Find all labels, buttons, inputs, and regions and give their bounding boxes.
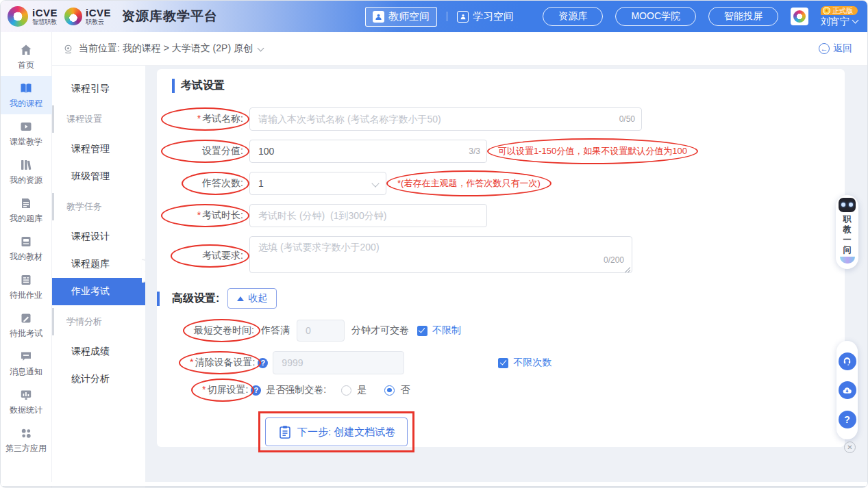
collapse-button[interactable]: 收起	[227, 288, 277, 309]
duration-row: *考试时长:	[172, 204, 845, 227]
zhijiaoyun-logo-icon	[64, 8, 82, 25]
teacher-space-label: 教师空间	[388, 10, 430, 23]
attempts-annotation-note: *(若存在主观题，作答次数只有一次)	[397, 177, 541, 190]
location-pin-icon	[63, 44, 73, 54]
robot-face-icon	[839, 198, 856, 212]
textbook-icon	[19, 235, 33, 248]
logo-icve-zhihui: iCVE 智慧职教	[8, 6, 58, 27]
sidebar-item-classroom-teaching[interactable]: 课堂教学	[1, 114, 52, 153]
radio-yes-label[interactable]: 是	[357, 384, 367, 396]
breadcrumb-dropdown-icon[interactable]	[258, 44, 264, 51]
select-chevron-icon	[371, 179, 379, 187]
course-nav-course-design[interactable]: 课程设计	[52, 223, 145, 251]
bookshelf-icon	[19, 158, 33, 172]
sidebar-item-textbooks[interactable]: 我的教材	[1, 229, 52, 268]
student-space-button[interactable]: 学习空间	[457, 10, 514, 23]
resource-library-button[interactable]: 资源库	[543, 7, 603, 26]
close-icon: ✕	[847, 444, 852, 451]
requirement-label: 考试要求:	[182, 250, 243, 262]
icve-logo-icon	[8, 6, 28, 27]
logo1-subtitle: 智慧职教	[32, 19, 58, 25]
sidebar-item-question-bank[interactable]: 我的题库	[1, 191, 52, 229]
requirement-textarea[interactable]	[249, 236, 632, 273]
radio-no-label[interactable]: 否	[400, 384, 410, 396]
course-nav-course-management[interactable]: 课程管理	[52, 136, 145, 163]
next-step-button[interactable]: 下一步: 创建文档试卷	[265, 418, 408, 446]
sidebar-item-data-statistics[interactable]: 数据统计	[1, 383, 52, 421]
user-name: 刘宵宁	[821, 16, 850, 27]
triangle-up-icon	[237, 296, 244, 301]
exam-settings-form: *考试名称: 0/50 设置分值:	[172, 107, 845, 452]
unlimited-times-checkbox-label[interactable]: 不限次数	[513, 357, 551, 369]
exam-name-input[interactable]	[249, 107, 642, 131]
sidebar-item-my-courses[interactable]: 我的课程	[1, 76, 52, 114]
advanced-settings-title: 高级设置:	[157, 292, 219, 306]
annotation-rect: 下一步: 创建文档试卷	[258, 411, 414, 452]
assistant-label: 职 教 一 问	[843, 214, 852, 255]
course-nav-section-analysis: 学情分析	[52, 308, 145, 335]
score-input[interactable]	[249, 140, 487, 163]
exam-pen-icon	[19, 311, 33, 325]
logo-icve-zhijiaoyun: iCVE 职教云	[64, 8, 111, 25]
main-sidebar: 首页 我的课程 课堂教学 我的资源 我的题库 我的教材	[1, 32, 52, 487]
mooc-college-button[interactable]: MOOC学院	[615, 7, 696, 26]
help-icon[interactable]: ?	[258, 358, 268, 368]
no-limit-checkbox[interactable]	[417, 326, 427, 336]
user-avatar[interactable]	[791, 8, 808, 25]
sidebar-item-home[interactable]: 首页	[1, 38, 52, 76]
brand-area: iCVE 智慧职教 iCVE 职教云 资源库教学平台	[8, 6, 218, 27]
course-nav-guide[interactable]: 课程引导	[52, 75, 145, 103]
close-widget-button[interactable]: ✕	[844, 441, 856, 453]
help-icon[interactable]: ?	[251, 385, 261, 396]
min-submit-prefix: 作答满	[261, 324, 290, 337]
question-bank-icon	[19, 196, 33, 210]
min-submit-minutes-input[interactable]: 0	[297, 320, 345, 342]
radio-no[interactable]	[384, 385, 395, 396]
ai-assistant-widget[interactable]: 职 教 一 问	[836, 195, 858, 269]
teacher-space-button[interactable]: 教师空间	[365, 7, 437, 27]
page-bottom-strip	[1, 482, 867, 487]
sidebar-item-pending-exams[interactable]: 待批考试	[1, 306, 52, 344]
min-submit-suffix: 分钟才可交卷	[351, 324, 409, 337]
min-submit-time-row: 最短交卷时间: 作答满 0 分钟才可交卷 不限制	[194, 320, 845, 342]
duration-label: *考试时长:	[172, 209, 243, 222]
sidebar-item-third-party-apps[interactable]: 第三方应用	[1, 421, 52, 459]
requirement-row: 考试要求: 0/200	[182, 236, 845, 276]
sidebar-item-pending-homework[interactable]: 待批作业	[1, 268, 52, 306]
document-clipboard-icon	[277, 424, 293, 439]
header-right: 资源库 MOOC学院 智能投屏 ★ 正式版 刘宵宁	[543, 6, 858, 27]
score-row: 设置分值: 3/3 可以设置1-150分值，如果不设置默认分值为100	[172, 140, 845, 163]
course-nav-statistical-analysis[interactable]: 统计分析	[52, 365, 145, 393]
download-button[interactable]	[839, 381, 856, 399]
resize-handle-icon[interactable]	[625, 267, 630, 272]
score-label: 设置分值:	[172, 145, 243, 157]
radio-yes[interactable]	[341, 385, 351, 396]
attempts-select[interactable]: 1	[249, 172, 386, 195]
course-nav-class-management[interactable]: 班级管理	[52, 163, 145, 190]
sidebar-item-notifications[interactable]: 消息通知	[1, 344, 52, 383]
smart-cast-button[interactable]: 智能投屏	[708, 7, 778, 26]
course-nav-homework-exam[interactable]: 作业考试	[52, 278, 145, 305]
score-counter: 3/3	[469, 146, 480, 156]
back-button[interactable]: ← 返回	[819, 42, 852, 55]
breadcrumb-text[interactable]: 当前位置: 我的课程 > 大学语文 (2P) 原创	[79, 42, 253, 55]
course-nav-course-question-bank[interactable]: 课程题库	[52, 251, 145, 278]
sidebar-item-my-resources[interactable]: 我的资源	[1, 153, 52, 191]
course-nav-course-grades[interactable]: 课程成绩	[52, 338, 145, 365]
help-button[interactable]: ?	[839, 411, 856, 428]
user-menu[interactable]: 刘宵宁	[821, 16, 858, 27]
course-nav-section-tasks: 教学任务	[52, 193, 145, 220]
exam-name-row: *考试名称: 0/50	[172, 107, 845, 131]
student-space-label: 学习空间	[473, 10, 514, 23]
unlimited-times-checkbox[interactable]	[498, 358, 508, 368]
message-icon	[19, 350, 33, 363]
version-badge: ★ 正式版	[821, 6, 858, 15]
main-content-area: 考试设置 *考试名称: 0/50	[145, 66, 867, 487]
duration-input[interactable]	[249, 204, 487, 227]
clear-device-input[interactable]: 9999	[273, 351, 404, 374]
customer-service-button[interactable]	[839, 352, 856, 370]
avatar-logo-icon	[793, 10, 806, 23]
no-limit-checkbox-label[interactable]: 不限制	[432, 324, 461, 337]
medal-icon: ★	[823, 7, 830, 14]
logo1-title: iCVE	[32, 8, 58, 18]
